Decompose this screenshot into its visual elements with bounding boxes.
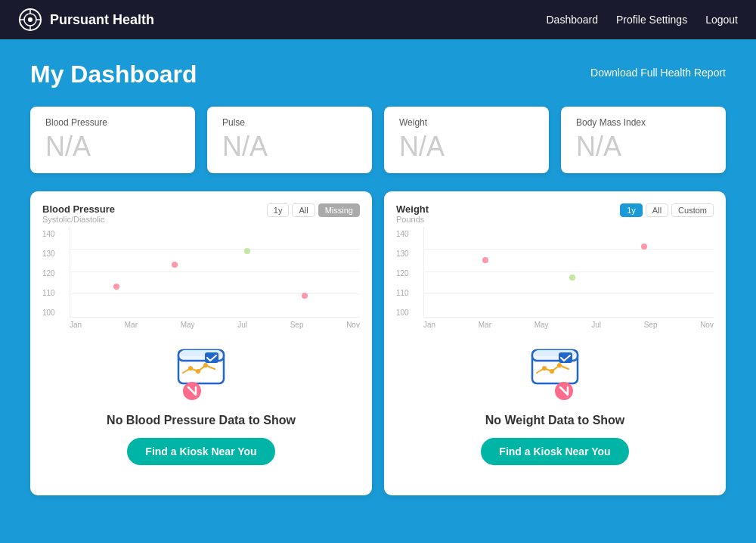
metric-label-bmi: Body Mass Index xyxy=(576,117,711,128)
weight-chart-area: Jan Mar May Jul Sep Nov xyxy=(423,227,714,329)
weight-no-data-illustration xyxy=(517,344,593,405)
nav-profile-settings[interactable]: Profile Settings xyxy=(616,14,687,26)
weight-no-data-container: No Weight Data to Show Find a Kiosk Near… xyxy=(396,329,714,483)
svg-point-11 xyxy=(188,366,193,371)
page-title: My Dashboard xyxy=(30,61,197,88)
bp-chart-subtitle: Systolic/Diastolic xyxy=(42,215,115,224)
weight-no-data-text: No Weight Data to Show xyxy=(485,414,625,427)
metric-cards: Blood Pressure N/A Pulse N/A Weight N/A … xyxy=(30,107,726,173)
bp-chart-grid xyxy=(70,227,360,318)
metric-label-bp: Blood Pressure xyxy=(45,117,180,128)
chart-panels: Blood Pressure Systolic/Diastolic 1y All… xyxy=(30,191,726,495)
bp-filter-1y[interactable]: 1y xyxy=(267,203,290,217)
hero-section: My Dashboard Download Full Health Report… xyxy=(0,39,756,543)
metric-card-pulse: Pulse N/A xyxy=(207,107,372,173)
weight-filter-1y[interactable]: 1y xyxy=(620,203,643,217)
svg-point-20 xyxy=(550,369,554,374)
metric-card-blood-pressure: Blood Pressure N/A xyxy=(30,107,195,173)
metric-card-weight: Weight N/A xyxy=(384,107,549,173)
bp-x-axis: Jan Mar May Jul Sep Nov xyxy=(70,318,360,329)
nav-logout[interactable]: Logout xyxy=(705,14,738,26)
weight-x-axis: Jan Mar May Jul Sep Nov xyxy=(423,318,714,329)
metric-value-pulse: N/A xyxy=(222,131,357,163)
bp-chart-area: Jan Mar May Jul Sep Nov xyxy=(70,227,360,329)
svg-point-13 xyxy=(203,363,208,368)
nav-dashboard[interactable]: Dashboard xyxy=(547,14,599,26)
svg-point-21 xyxy=(557,363,562,368)
bp-chart-filters: 1y All Missing xyxy=(267,203,360,217)
bp-no-data-illustration xyxy=(163,344,239,405)
bp-filter-all[interactable]: All xyxy=(292,203,314,217)
weight-chart-title: Weight xyxy=(396,203,429,215)
weight-find-kiosk-button[interactable]: Find a Kiosk Near You xyxy=(481,438,628,465)
brand-name: Pursuant Health xyxy=(50,12,154,28)
bp-chart-header: Blood Pressure Systolic/Diastolic 1y All… xyxy=(42,203,360,224)
weight-chart-header: Weight Pounds 1y All Custom xyxy=(396,203,714,224)
weight-chart-panel: Weight Pounds 1y All Custom 100 110 120 … xyxy=(384,191,726,495)
metric-value-weight: N/A xyxy=(399,131,534,163)
weight-illustration-svg xyxy=(517,344,593,405)
bp-filter-missing[interactable]: Missing xyxy=(318,203,360,217)
bp-no-data-container: No Blood Pressure Data to Show Find a Ki… xyxy=(42,329,360,483)
weight-chart-title-group: Weight Pounds xyxy=(396,203,429,224)
metric-value-bp: N/A xyxy=(45,131,180,163)
weight-chart-grid xyxy=(423,227,714,318)
metric-label-pulse: Pulse xyxy=(222,117,357,128)
bp-no-data-text: No Blood Pressure Data to Show xyxy=(107,414,296,427)
navbar: Pursuant Health Dashboard Profile Settin… xyxy=(0,0,756,39)
svg-point-12 xyxy=(196,369,200,374)
bp-chart-title-group: Blood Pressure Systolic/Diastolic xyxy=(42,203,115,224)
bp-chart-body: 100 110 120 130 140 xyxy=(42,227,360,329)
metric-card-bmi: Body Mass Index N/A xyxy=(561,107,726,173)
weight-chart-body: 100 110 120 130 140 xyxy=(396,227,714,329)
nav-links: Dashboard Profile Settings Logout xyxy=(547,14,739,26)
metric-value-bmi: N/A xyxy=(576,131,711,163)
metric-label-weight: Weight xyxy=(399,117,534,128)
svg-point-19 xyxy=(542,366,547,371)
hero-header: My Dashboard Download Full Health Report xyxy=(30,61,726,88)
bp-chart-inner: Blood Pressure Systolic/Diastolic 1y All… xyxy=(30,191,372,495)
weight-chart-subtitle: Pounds xyxy=(396,215,429,224)
weight-chart-filters: 1y All Custom xyxy=(620,203,714,217)
bp-y-axis: 100 110 120 130 140 xyxy=(42,227,64,329)
weight-y-axis: 100 110 120 130 140 xyxy=(396,227,417,329)
blood-pressure-chart-panel: Blood Pressure Systolic/Diastolic 1y All… xyxy=(30,191,372,495)
weight-filter-custom[interactable]: Custom xyxy=(671,203,714,217)
weight-filter-all[interactable]: All xyxy=(646,203,668,217)
bp-chart-title: Blood Pressure xyxy=(42,203,115,215)
weight-chart-inner: Weight Pounds 1y All Custom 100 110 120 … xyxy=(384,191,726,495)
bp-find-kiosk-button[interactable]: Find a Kiosk Near You xyxy=(127,438,274,465)
logo-icon xyxy=(18,8,42,32)
svg-point-2 xyxy=(28,17,33,22)
download-full-report-link[interactable]: Download Full Health Report xyxy=(590,61,726,79)
brand: Pursuant Health xyxy=(18,8,154,32)
bp-illustration-svg xyxy=(163,344,239,405)
